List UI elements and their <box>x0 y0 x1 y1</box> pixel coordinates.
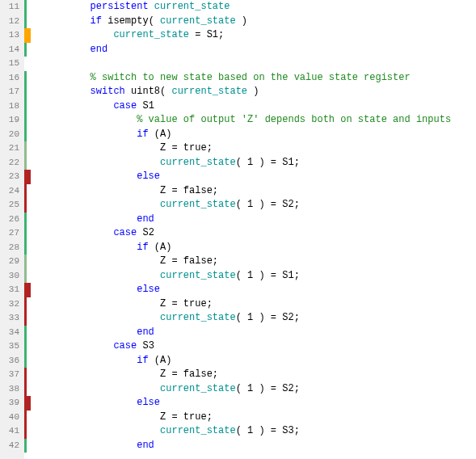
token-kw: else <box>137 284 160 295</box>
coverage-marker <box>24 311 27 326</box>
code-line[interactable]: % value of output 'Z' depends both on st… <box>44 113 476 128</box>
coverage-marker <box>24 170 31 184</box>
coverage-marker <box>24 85 27 99</box>
token-plain: S2 <box>142 227 154 238</box>
code-line[interactable]: Z = false; <box>44 184 476 199</box>
token-plain: Z = true; <box>44 411 213 423</box>
token-plain <box>44 227 113 238</box>
line-number: 37 <box>0 368 24 382</box>
coverage-marker <box>24 184 27 199</box>
code-line[interactable]: end <box>44 439 476 453</box>
code-line[interactable]: end <box>44 326 476 340</box>
line-number: 14 <box>0 43 24 57</box>
line-number: 19 <box>0 113 24 128</box>
code-line[interactable]: else <box>44 283 476 297</box>
code-line[interactable] <box>44 57 476 71</box>
code-line[interactable]: current_state( 1 ) = S1; <box>44 269 476 284</box>
code-line[interactable]: end <box>44 43 476 57</box>
token-kw: case <box>113 340 142 352</box>
token-plain: (A) <box>154 355 172 366</box>
code-line[interactable]: if isempty( current_state ) <box>44 15 476 29</box>
token-plain <box>44 100 113 112</box>
code-line[interactable]: Z = true; <box>44 297 476 312</box>
token-var: current_state <box>160 425 236 436</box>
code-line[interactable]: switch uint8( current_state ) <box>44 85 476 99</box>
code-line[interactable]: Z = true; <box>44 141 476 156</box>
coverage-marker <box>24 354 27 368</box>
coverage-marker <box>24 43 27 57</box>
token-plain: isempty( <box>107 15 160 27</box>
token-plain <box>44 128 137 140</box>
code-line[interactable]: else <box>44 170 476 184</box>
coverage-marker <box>24 326 27 340</box>
coverage-marker <box>24 71 27 86</box>
token-plain: (A) <box>154 128 172 140</box>
token-plain <box>44 383 160 394</box>
line-number: 20 <box>0 128 24 142</box>
token-plain <box>44 157 160 168</box>
line-number: 23 <box>0 170 24 184</box>
coverage-marker <box>24 0 27 15</box>
token-var: current_state <box>160 383 236 394</box>
token-plain <box>44 213 137 225</box>
line-number: 35 <box>0 339 24 354</box>
code-line[interactable]: if (A) <box>44 241 476 255</box>
code-line[interactable]: % switch to new state based on the value… <box>44 71 476 86</box>
token-plain <box>44 15 91 27</box>
code-line[interactable]: end <box>44 213 476 227</box>
token-kw: case <box>113 227 142 238</box>
code-line[interactable]: current_state( 1 ) = S2; <box>44 198 476 213</box>
code-line[interactable]: current_state( 1 ) = S2; <box>44 382 476 397</box>
coverage-marker <box>24 128 27 142</box>
token-plain: S1 <box>142 100 154 112</box>
code-line[interactable]: case S3 <box>44 339 476 354</box>
token-plain: Z = false; <box>44 368 218 380</box>
token-var: current_state <box>171 86 247 97</box>
coverage-marker <box>24 339 27 354</box>
token-plain <box>44 242 137 253</box>
token-plain <box>44 312 160 323</box>
token-var: current_state <box>160 312 236 323</box>
token-var: current_state <box>160 199 236 210</box>
code-area[interactable]: persistent current_state if isempty( cur… <box>40 0 476 459</box>
line-number: 25 <box>0 198 24 213</box>
code-line[interactable]: persistent current_state <box>44 0 476 15</box>
code-line[interactable]: Z = false; <box>44 368 476 382</box>
code-editor[interactable]: 1112131415161718192021222324252627282930… <box>0 0 476 459</box>
line-number: 18 <box>0 99 24 114</box>
coverage-marker <box>24 424 27 439</box>
token-plain <box>44 114 137 125</box>
coverage-marker <box>24 269 27 284</box>
token-plain <box>44 86 91 97</box>
token-kw: if <box>137 128 154 140</box>
token-plain: uint8( <box>131 86 171 97</box>
code-line[interactable]: Z = true; <box>44 411 476 425</box>
coverage-marker <box>24 439 27 453</box>
code-line[interactable]: current_state( 1 ) = S2; <box>44 311 476 326</box>
line-number: 28 <box>0 241 24 255</box>
token-kw: else <box>137 397 160 408</box>
coverage-marker <box>24 113 27 128</box>
code-line[interactable]: current_state( 1 ) = S3; <box>44 424 476 439</box>
token-var: current_state <box>113 29 189 40</box>
token-plain: ( 1 ) = S3; <box>236 425 300 436</box>
coverage-marker <box>24 241 27 255</box>
line-number: 39 <box>0 396 24 411</box>
coverage-marker <box>24 368 27 382</box>
code-line[interactable]: current_state( 1 ) = S1; <box>44 156 476 171</box>
line-number: 36 <box>0 354 24 368</box>
line-number-gutter: 1112131415161718192021222324252627282930… <box>0 0 24 459</box>
token-cm: % value of output 'Z' depends both on st… <box>137 114 451 125</box>
code-line[interactable]: if (A) <box>44 354 476 368</box>
code-line[interactable]: current_state = S1; <box>44 28 476 43</box>
token-plain: ) <box>236 15 247 27</box>
code-line[interactable]: Z = false; <box>44 255 476 269</box>
code-line[interactable]: else <box>44 396 476 411</box>
code-line[interactable]: case S1 <box>44 99 476 114</box>
code-line[interactable]: case S2 <box>44 226 476 241</box>
token-cm: % switch to new state based on the value… <box>91 72 411 83</box>
code-line[interactable]: if (A) <box>44 128 476 142</box>
line-number: 29 <box>0 255 24 269</box>
token-plain: = S1; <box>189 29 224 40</box>
token-plain: ( 1 ) = S2; <box>236 199 300 210</box>
